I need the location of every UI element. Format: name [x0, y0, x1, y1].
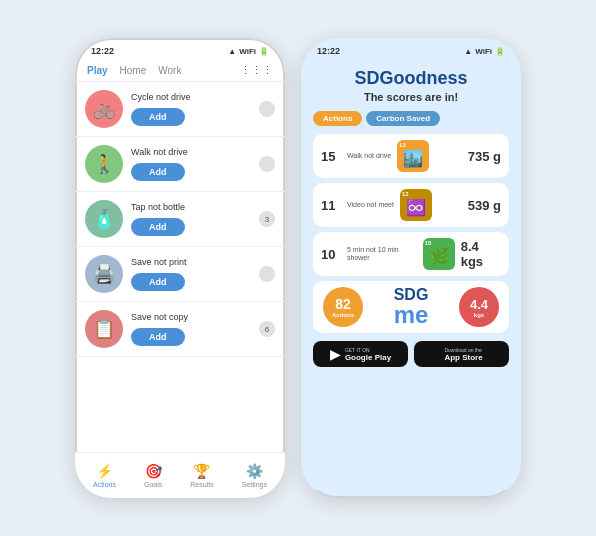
score-number-2: 10	[321, 247, 341, 262]
actions-count: 82	[335, 296, 351, 312]
score-label-0: Walk not drive	[347, 152, 391, 160]
score-label-2: 5 min not 10 min shower	[347, 246, 417, 263]
phones-container: 12:22 ▲ WiFi 🔋 Play Home Work ⋮⋮⋮ 🚲 Cycl…	[55, 18, 541, 518]
score-value-2: 8.4 kgs	[461, 239, 501, 269]
actions-label: Actions	[332, 312, 354, 318]
sdg-icon-1: ♾️	[406, 199, 426, 217]
status-icons-left: ▲ WiFi 🔋	[228, 47, 269, 56]
add-button-0[interactable]: Add	[131, 108, 185, 126]
score-number-1: 11	[321, 198, 341, 213]
actions-list: 🚲 Cycle not drive Add 🚶 Walk not drive A…	[75, 82, 285, 452]
app-subtitle: The scores are in!	[313, 91, 509, 103]
google-play-title: Google Play	[345, 353, 391, 362]
settings-nav-label: Settings	[242, 481, 267, 488]
actions-count-circle: 82 Actions	[323, 287, 363, 327]
nav-play[interactable]: Play	[87, 65, 108, 76]
results-nav-icon: 🏆	[193, 463, 210, 479]
grid-icon[interactable]: ⋮⋮⋮	[240, 64, 273, 77]
sdg-num-2: 15	[425, 240, 432, 247]
results-nav-label: Results	[190, 481, 213, 488]
me-logo-text: me	[394, 303, 429, 327]
sdg-me-logo: SDG me	[371, 287, 451, 327]
add-button-4[interactable]: Add	[131, 328, 185, 346]
action-card-2: 🧴 Tap not bottle Add 3	[75, 192, 285, 247]
score-number-0: 15	[321, 149, 341, 164]
tab-carbon[interactable]: Carbon Saved	[366, 111, 440, 126]
app-store-title: App Store	[444, 353, 482, 362]
bottom-nav: ⚡ Actions 🎯 Goals 🏆 Results ⚙️ Settings	[75, 452, 285, 498]
time-right: 12:22	[317, 46, 340, 56]
kgs-value: 4.4	[470, 297, 488, 312]
status-bar-right: 12:22 ▲ WiFi 🔋	[301, 38, 521, 60]
add-button-2[interactable]: Add	[131, 218, 185, 236]
score-value-1: 539 g	[468, 198, 501, 213]
action-card-0: 🚲 Cycle not drive Add	[75, 82, 285, 137]
action-card-1: 🚶 Walk not drive Add	[75, 137, 285, 192]
score-value-0: 735 g	[468, 149, 501, 164]
sdg-num-0: 11	[399, 142, 406, 149]
summary-row: 82 Actions SDG me 4.4 kgs	[313, 281, 509, 333]
sdg-badge-1: 12 ♾️	[400, 189, 432, 221]
nav-home[interactable]: Home	[120, 65, 147, 76]
action-title-3: Save not print	[131, 257, 251, 267]
bottom-nav-settings[interactable]: ⚙️ Settings	[242, 463, 267, 488]
bottom-nav-results[interactable]: 🏆 Results	[190, 463, 213, 488]
time-left: 12:22	[91, 46, 114, 56]
google-play-icon: ▶	[330, 346, 341, 362]
tab-actions[interactable]: Actions	[313, 111, 362, 126]
goals-nav-label: Goals	[144, 481, 162, 488]
add-button-3[interactable]: Add	[131, 273, 185, 291]
score-row-0: 15 Walk not drive 11 🏙️ 735 g	[313, 134, 509, 178]
status-bar-left: 12:22 ▲ WiFi 🔋	[75, 38, 285, 60]
action-count-3	[259, 266, 275, 282]
action-title-2: Tap not bottle	[131, 202, 251, 212]
bottom-nav-goals[interactable]: 🎯 Goals	[144, 463, 162, 488]
sdg-icon-2: 🌿	[429, 248, 449, 266]
score-row-2: 10 5 min not 10 min shower 15 🌿 8.4 kgs	[313, 232, 509, 276]
bottom-nav-actions[interactable]: ⚡ Actions	[93, 463, 116, 488]
action-title-0: Cycle not drive	[131, 92, 251, 102]
sdg-badge-2: 15 🌿	[423, 238, 455, 270]
action-icon-walk: 🚶	[85, 145, 123, 183]
action-count-0	[259, 101, 275, 117]
sdg-num-1: 12	[402, 191, 409, 198]
google-play-button[interactable]: ▶ GET IT ON Google Play	[313, 341, 408, 367]
actions-nav-icon: ⚡	[96, 463, 113, 479]
status-icons-right: ▲ WiFi 🔋	[464, 47, 505, 56]
score-label-1: Video not meet	[347, 201, 394, 209]
sdg-icon-0: 🏙️	[403, 150, 423, 168]
nav-work[interactable]: Work	[158, 65, 181, 76]
action-icon-print: 🖨️	[85, 255, 123, 293]
score-row-1: 11 Video not meet 12 ♾️ 539 g	[313, 183, 509, 227]
action-card-4: 📋 Save not copy Add 6	[75, 302, 285, 357]
kgs-label: kgs	[474, 312, 484, 318]
store-buttons: ▶ GET IT ON Google Play Download on the …	[313, 341, 509, 367]
left-nav: Play Home Work ⋮⋮⋮	[75, 60, 285, 82]
right-phone: 12:22 ▲ WiFi 🔋 SDGoodness The scores are…	[301, 38, 521, 498]
action-title-4: Save not copy	[131, 312, 251, 322]
actions-nav-label: Actions	[93, 481, 116, 488]
action-count-1	[259, 156, 275, 172]
left-phone: 12:22 ▲ WiFi 🔋 Play Home Work ⋮⋮⋮ 🚲 Cycl…	[75, 38, 285, 498]
right-content: SDGoodness The scores are in! Actions Ca…	[301, 60, 521, 490]
goals-nav-icon: 🎯	[145, 463, 162, 479]
app-store-button[interactable]: Download on the App Store	[414, 341, 509, 367]
sdg-badge-0: 11 🏙️	[397, 140, 429, 172]
action-title-1: Walk not drive	[131, 147, 251, 157]
score-tabs: Actions Carbon Saved	[313, 111, 509, 126]
app-title: SDGoodness	[313, 68, 509, 89]
add-button-1[interactable]: Add	[131, 163, 185, 181]
action-icon-copy: 📋	[85, 310, 123, 348]
kgs-circle: 4.4 kgs	[459, 287, 499, 327]
action-card-3: 🖨️ Save not print Add	[75, 247, 285, 302]
action-count-4: 6	[259, 321, 275, 337]
action-count-2: 3	[259, 211, 275, 227]
settings-nav-icon: ⚙️	[246, 463, 263, 479]
action-icon-cycle: 🚲	[85, 90, 123, 128]
action-icon-tap: 🧴	[85, 200, 123, 238]
